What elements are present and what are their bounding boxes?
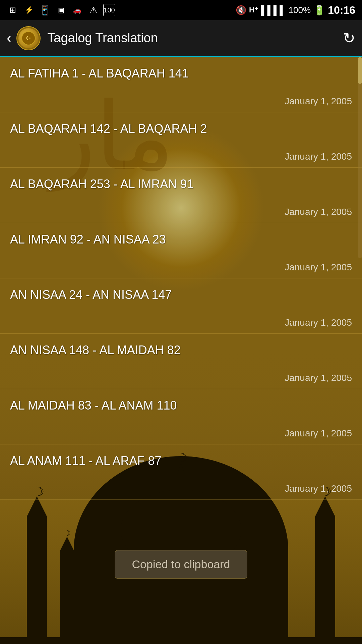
quran-logo-icon: ☪ xyxy=(18,28,39,48)
add-icon: ⊞ xyxy=(7,4,19,16)
whatsapp-icon: 📱 xyxy=(39,4,51,16)
surah-list: AL FATIHA 1 - AL BAQARAH 141 January 1, … xyxy=(0,57,362,500)
item-date-7: January 1, 2005 xyxy=(10,483,352,494)
status-right: 🔇 H⁺ ▌▌▌▌ 100% 🔋 10:16 xyxy=(236,4,355,16)
app-bar: ‹ ☪ Tagalog Translation ↻ xyxy=(0,20,362,57)
clock: 10:16 xyxy=(328,4,355,16)
list-item[interactable]: AL BAQARAH 142 - AL BAQARAH 2 January 1,… xyxy=(0,112,362,168)
list-item[interactable]: AL MAIDAH 83 - AL ANAM 110 January 1, 20… xyxy=(0,389,362,444)
item-title-3: AL IMRAN 92 - AN NISAA 23 xyxy=(10,232,352,247)
signal-hplus-icon: H⁺ xyxy=(249,6,258,14)
list-item[interactable]: AN NISAA 24 - AN NISAA 147 January 1, 20… xyxy=(0,278,362,334)
svg-text:☽: ☽ xyxy=(64,529,71,537)
item-date-6: January 1, 2005 xyxy=(10,428,352,439)
app-logo: ☪ xyxy=(16,26,41,50)
item-title-1: AL BAQARAH 142 - AL BAQARAH 2 xyxy=(10,122,352,136)
battery-percent: 100% xyxy=(289,5,311,15)
toast-notification: Copied to clipboard xyxy=(115,550,247,579)
status-icons-left: ⊞ ⚡ 📱 ▣ 🚗 ⚠ 100 xyxy=(7,4,115,16)
item-date-3: January 1, 2005 xyxy=(10,262,352,273)
toast-message: Copied to clipboard xyxy=(132,558,230,571)
usb-icon: ⚡ xyxy=(23,4,35,16)
samsung-icon: ▣ xyxy=(55,4,67,16)
scrollbar[interactable] xyxy=(358,57,362,258)
number-badge-icon: 100 xyxy=(103,4,115,16)
svg-text:☪: ☪ xyxy=(26,35,31,42)
item-date-1: January 1, 2005 xyxy=(10,151,352,162)
item-date-2: January 1, 2005 xyxy=(10,207,352,217)
item-title-6: AL MAIDAH 83 - AL ANAM 110 xyxy=(10,398,352,413)
status-bar: ⊞ ⚡ 📱 ▣ 🚗 ⚠ 100 🔇 H⁺ ▌▌▌▌ 100% 🔋 10:16 xyxy=(0,0,362,20)
scrollbar-thumb[interactable] xyxy=(358,57,362,84)
list-item[interactable]: AL BAQARAH 253 - AL IMRAN 91 January 1, … xyxy=(0,168,362,223)
item-title-4: AN NISAA 24 - AN NISAA 147 xyxy=(10,288,352,302)
svg-rect-11 xyxy=(315,517,335,644)
back-button[interactable]: ‹ xyxy=(7,31,11,46)
list-item[interactable]: AL FATIHA 1 - AL BAQARAH 141 January 1, … xyxy=(0,57,362,112)
item-title-5: AN NISAA 148 - AL MAIDAH 82 xyxy=(10,343,352,357)
list-item[interactable]: AN NISAA 148 - AL MAIDAH 82 January 1, 2… xyxy=(0,334,362,389)
car-icon: 🚗 xyxy=(71,4,83,16)
list-item[interactable]: AL ANAM 111 - AL ARAF 87 January 1, 2005 xyxy=(0,444,362,500)
item-date-5: January 1, 2005 xyxy=(10,373,352,383)
warning-icon: ⚠ xyxy=(87,4,99,16)
item-title-2: AL BAQARAH 253 - AL IMRAN 91 xyxy=(10,177,352,191)
item-title-0: AL FATIHA 1 - AL BAQARAH 141 xyxy=(10,66,352,80)
item-date-4: January 1, 2005 xyxy=(10,317,352,328)
svg-rect-8 xyxy=(60,550,74,644)
refresh-button[interactable]: ↻ xyxy=(343,30,355,47)
svg-rect-5 xyxy=(27,517,47,644)
battery-icon: 🔋 xyxy=(313,5,325,16)
item-date-0: January 1, 2005 xyxy=(10,96,352,107)
item-title-7: AL ANAM 111 - AL ARAF 87 xyxy=(10,454,352,468)
app-title: Tagalog Translation xyxy=(47,31,343,45)
svg-rect-18 xyxy=(0,637,362,644)
silent-icon: 🔇 xyxy=(236,5,246,15)
list-item[interactable]: AL IMRAN 92 - AN NISAA 23 January 1, 200… xyxy=(0,223,362,278)
signal-bars-icon: ▌▌▌▌ xyxy=(261,5,286,15)
